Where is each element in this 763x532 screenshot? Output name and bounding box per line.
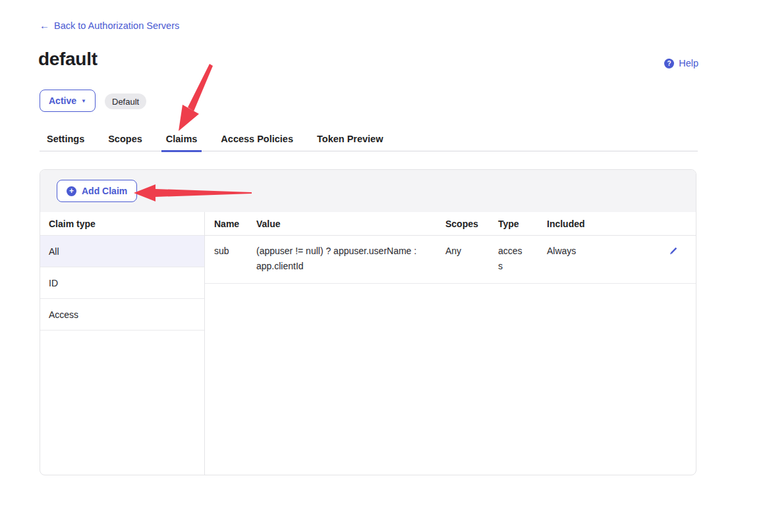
active-status-label: Active — [49, 95, 76, 106]
claim-type-item-id[interactable]: ID — [40, 267, 204, 299]
column-header-value: Value — [256, 219, 445, 229]
help-icon: ? — [664, 59, 674, 68]
tab-token-preview[interactable]: Token Preview — [312, 134, 387, 152]
column-header-included: Included — [547, 219, 652, 229]
tab-bar: Settings Scopes Claims Access Policies T… — [40, 134, 698, 151]
claim-type-value: access — [498, 244, 526, 274]
claim-type-item-all[interactable]: All — [40, 236, 204, 267]
claim-name-cell: sub — [214, 244, 256, 259]
annotation-arrow-claims-tab — [166, 63, 219, 135]
back-to-authorization-servers-link[interactable]: ← Back to Authorization Servers — [40, 20, 179, 31]
claim-included-cell: Always — [547, 244, 652, 259]
back-arrow-icon: ← — [40, 20, 49, 31]
tab-claims[interactable]: Claims — [161, 134, 202, 152]
tab-settings[interactable]: Settings — [42, 134, 89, 152]
claims-table: Name Value Scopes Type Included sub (app… — [205, 212, 696, 475]
chevron-down-icon: ▼ — [81, 97, 86, 104]
add-claim-button[interactable]: + Add Claim — [57, 180, 137, 202]
claims-panel: + Add Claim Claim type All ID Access Nam… — [40, 169, 696, 475]
help-link[interactable]: ? Help — [664, 58, 698, 68]
edit-pencil-icon — [668, 246, 679, 256]
help-label: Help — [679, 58, 698, 68]
claim-type-sidebar: Claim type All ID Access — [40, 212, 205, 475]
table-row: sub (appuser != null) ? appuser.userName… — [205, 236, 696, 284]
edit-claim-button[interactable] — [668, 246, 679, 258]
claim-type-item-access[interactable]: Access — [40, 299, 204, 331]
claims-toolbar: + Add Claim — [40, 170, 696, 212]
claims-table-header: Name Value Scopes Type Included — [205, 212, 696, 236]
active-status-dropdown[interactable]: Active ▼ — [40, 90, 96, 112]
claim-value-cell: (appuser != null) ? appuser.userName : a… — [256, 244, 445, 274]
claim-type-cell: access — [498, 244, 547, 274]
plus-icon: + — [67, 186, 76, 196]
add-claim-label: Add Claim — [82, 186, 127, 196]
tab-scopes[interactable]: Scopes — [103, 134, 147, 152]
column-header-scopes: Scopes — [445, 219, 498, 229]
column-header-type: Type — [498, 219, 547, 229]
claim-type-header: Claim type — [40, 212, 204, 236]
default-badge: Default — [105, 93, 146, 109]
claim-scopes-cell: Any — [445, 244, 498, 259]
back-link-label: Back to Authorization Servers — [54, 20, 179, 31]
page-title: default — [38, 49, 98, 70]
tab-access-policies[interactable]: Access Policies — [216, 134, 298, 152]
column-header-name: Name — [214, 219, 256, 229]
